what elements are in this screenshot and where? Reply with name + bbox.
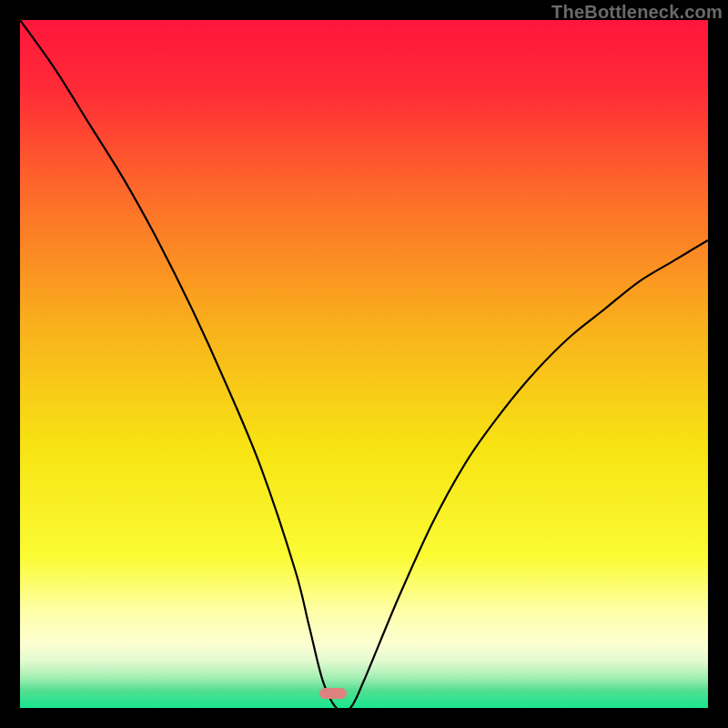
bottleneck-curve	[20, 20, 708, 708]
optimal-point-marker	[319, 688, 347, 699]
plot-area	[20, 20, 708, 708]
chart-container: TheBottleneck.com	[0, 0, 728, 728]
curve-layer	[20, 20, 708, 708]
watermark-text: TheBottleneck.com	[551, 2, 723, 23]
